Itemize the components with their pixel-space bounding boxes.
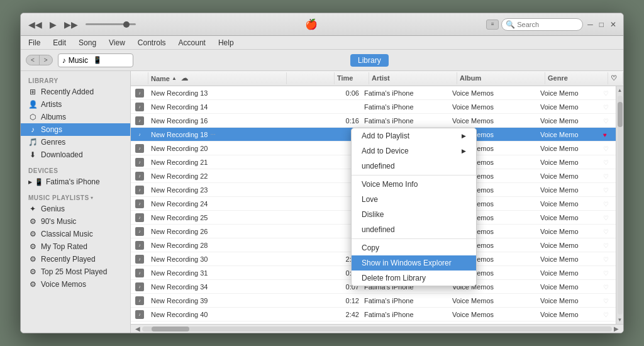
col-genre[interactable]: Genre xyxy=(545,72,608,84)
menu-help[interactable]: Help xyxy=(216,37,236,48)
row-time: 2:42 xyxy=(327,311,362,318)
sidebar-item-genres[interactable]: 🎵 Genres xyxy=(21,136,130,148)
next-button[interactable]: ▶▶ xyxy=(62,18,80,31)
sidebar-item-iphone[interactable]: ▶ 📱 Fatima's iPhone xyxy=(21,176,130,188)
sidebar-item-label: Voice Memos xyxy=(41,280,86,289)
sidebar-item-albums[interactable]: ⬡ Albums xyxy=(21,111,130,123)
library-tab[interactable]: Library xyxy=(350,54,389,67)
row-heart[interactable]: ♡ xyxy=(601,145,616,152)
back-button[interactable]: < xyxy=(26,55,40,65)
col-artist[interactable]: Artist xyxy=(369,72,457,84)
sidebar-item-top25-most-played[interactable]: ⚙ Top 25 Most Played xyxy=(21,265,130,278)
menu-edit[interactable]: Edit xyxy=(50,37,69,48)
menu-file[interactable]: File xyxy=(26,37,43,48)
sidebar-item-recently-played[interactable]: ⚙ Recently Played xyxy=(21,253,130,265)
row-heart[interactable]: ♡ xyxy=(601,200,616,208)
row-heart[interactable]: ♡ xyxy=(601,228,616,235)
heart-icon: ♡ xyxy=(603,284,609,291)
menu-song[interactable]: Song xyxy=(76,37,99,48)
scroll-left-icon[interactable]: ◀ xyxy=(133,325,142,332)
table-row[interactable]: ♪ New Recording 39 0:12 Fatima's iPhone … xyxy=(131,294,616,308)
heart-icon: ♡ xyxy=(603,201,609,208)
sidebar-item-classical-music[interactable]: ⚙ Classical Music xyxy=(21,228,130,240)
table-row[interactable]: ♪ New Recording 40 2:42 Fatima's iPhone … xyxy=(131,308,616,321)
forward-button[interactable]: > xyxy=(40,55,52,65)
close-button[interactable]: ✕ xyxy=(608,20,618,29)
row-heart[interactable]: ♡ xyxy=(601,103,616,111)
sidebar-item-genius[interactable]: ✦ Genius xyxy=(21,203,130,215)
context-menu-item[interactable]: undefined xyxy=(352,222,476,237)
record-icon: ♪ xyxy=(135,227,144,236)
row-time: 0:12 xyxy=(327,297,362,304)
sidebar-item-recently-added[interactable]: ⊞ Recently Added xyxy=(21,86,130,98)
row-icon: ♪ xyxy=(131,282,148,291)
search-input[interactable] xyxy=(517,21,580,28)
row-heart[interactable]: ♥ xyxy=(601,131,616,138)
sidebar-item-downloaded[interactable]: ⬇ Downloaded xyxy=(21,148,130,161)
vertical-scrollbar[interactable]: ▲ ▼ xyxy=(616,86,623,324)
context-menu-item[interactable]: Add to Playlist▶ xyxy=(352,128,476,143)
row-name: New Recording 18 ··· xyxy=(148,131,287,138)
sidebar-item-songs[interactable]: ♪ Songs xyxy=(21,123,130,136)
horizontal-scrollbar[interactable]: ◀ ▶ xyxy=(131,324,623,333)
menu-account[interactable]: Account xyxy=(176,37,208,48)
play-button[interactable]: ▶ xyxy=(47,18,59,31)
recently-added-icon: ⊞ xyxy=(28,87,37,96)
context-menu-item[interactable]: Copy xyxy=(352,240,476,255)
context-menu-item[interactable]: Love xyxy=(352,192,476,207)
sidebar-item-90s-music[interactable]: ⚙ 90's Music xyxy=(21,215,130,228)
table-row[interactable]: ♪ New Recording 16 0:16 Fatima's iPhone … xyxy=(131,114,616,128)
scroll-up-icon[interactable]: ▲ xyxy=(616,86,623,94)
my-top-rated-icon: ⚙ xyxy=(28,242,37,251)
table-row[interactable]: ♪ New Recording 13 0:06 Fatima's iPhone … xyxy=(131,86,616,100)
table-row[interactable]: ♪ New Recording 14 Fatima's iPhone Voice… xyxy=(131,100,616,114)
col-name[interactable]: Name ▲ ☁ xyxy=(148,72,287,84)
col-time[interactable]: Time xyxy=(335,72,369,84)
row-heart[interactable]: ♡ xyxy=(601,255,616,263)
menu-controls[interactable]: Controls xyxy=(135,37,169,48)
h-scroll-thumb xyxy=(152,326,189,332)
context-menu-item[interactable]: Dislike xyxy=(352,207,476,222)
search-box: 🔍 xyxy=(501,18,583,31)
ctx-item-label: undefined xyxy=(362,225,395,234)
row-genre: Voice Memo xyxy=(538,200,601,208)
row-heart[interactable]: ♡ xyxy=(601,186,616,194)
scroll-down-icon[interactable]: ▼ xyxy=(616,316,623,324)
list-view-button[interactable]: ≡ xyxy=(486,20,499,30)
sidebar-item-artists[interactable]: 👤 Artists xyxy=(21,98,130,111)
row-heart[interactable]: ♡ xyxy=(601,172,616,180)
sidebar-item-voice-memos[interactable]: ⚙ Voice Memos xyxy=(21,278,130,291)
col-album[interactable]: Album xyxy=(457,72,545,84)
row-heart[interactable]: ♡ xyxy=(601,159,616,166)
heart-icon: ♡ xyxy=(603,173,609,180)
context-menu-item[interactable]: Delete from Library xyxy=(352,271,476,286)
location-box: ♪ Music 📱 xyxy=(58,53,133,67)
sidebar-item-my-top-rated[interactable]: ⚙ My Top Rated xyxy=(21,240,130,253)
row-icon: ♪ xyxy=(131,116,148,125)
row-heart[interactable]: ♡ xyxy=(601,242,616,249)
row-heart[interactable]: ♡ xyxy=(601,297,616,304)
maximize-button[interactable]: □ xyxy=(597,20,606,29)
heart-icon: ♡ xyxy=(603,90,609,97)
row-time: 0:06 xyxy=(327,89,362,97)
record-icon: ♪ xyxy=(135,158,144,167)
menu-view[interactable]: View xyxy=(106,37,128,48)
row-heart[interactable]: ♡ xyxy=(601,283,616,291)
context-menu-item[interactable]: Voice Memo Info xyxy=(352,177,476,192)
scroll-right-icon[interactable]: ▶ xyxy=(612,325,621,332)
volume-slider[interactable] xyxy=(86,23,136,25)
name-col-label: Name xyxy=(151,75,170,82)
prev-button[interactable]: ◀◀ xyxy=(26,18,45,31)
row-name: New Recording 16 xyxy=(148,117,287,125)
context-menu-item[interactable]: Add to Device▶ xyxy=(352,143,476,159)
context-menu-item[interactable]: Show in Windows Explorer xyxy=(352,255,476,271)
row-heart[interactable]: ♡ xyxy=(601,269,616,277)
row-heart[interactable]: ♡ xyxy=(601,311,616,318)
row-icon: ♪ xyxy=(131,144,148,153)
row-name: New Recording 26 xyxy=(148,228,287,235)
row-heart[interactable]: ♡ xyxy=(601,117,616,125)
row-heart[interactable]: ♡ xyxy=(601,214,616,221)
row-heart[interactable]: ♡ xyxy=(601,89,616,97)
context-menu-item[interactable]: undefined xyxy=(352,159,476,174)
minimize-button[interactable]: ─ xyxy=(586,20,595,29)
